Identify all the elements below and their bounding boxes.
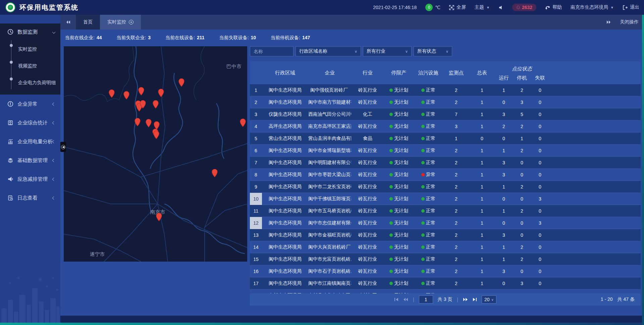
- table-row[interactable]: 14阆中生态环境局阆中大兴页岩机砖厂砖瓦行业无计划正常21120: [250, 241, 641, 253]
- industry-select[interactable]: 所有行业∨: [363, 46, 412, 56]
- temperature-badge: 0: [425, 4, 433, 11]
- map-pin-icon[interactable]: [157, 88, 164, 97]
- table-row[interactable]: 5营山生态环境局营山县润丰肉食品有限食品无计划正常10010: [250, 132, 641, 145]
- map-pin-icon[interactable]: [145, 118, 152, 127]
- table-row[interactable]: 11阆中生态环境局阆中市五马桥页岩机砖砖瓦行业无计划正常21120: [250, 205, 641, 217]
- sidebar-item-label: 日志查看: [17, 195, 38, 201]
- tab-实时监控[interactable]: 实时监控✕: [100, 15, 141, 30]
- row-facility-status: 正常: [414, 136, 443, 142]
- page-size-select[interactable]: 20∨: [482, 295, 496, 304]
- table-row[interactable]: 18南部生态环境局南部县砖华土砖有限公建材加工无计划正常60060: [250, 289, 641, 293]
- table-row[interactable]: 16阆中生态环境局阆中市石子页岩机砖厂砖瓦行业无计划正常21300: [250, 265, 641, 277]
- name-search-input[interactable]: [250, 46, 293, 56]
- row-run-count: 1: [495, 148, 513, 153]
- row-meter-count: 1: [469, 232, 495, 238]
- close-operations-menu[interactable]: 关闭操作: [620, 19, 639, 25]
- row-lost-count: 0: [531, 160, 549, 165]
- map-pin-icon[interactable]: [239, 118, 246, 127]
- sidebar-item-企业用电量分析[interactable]: 企业用电量分析: [0, 132, 60, 151]
- row-stop-count: 1: [513, 136, 531, 141]
- fullscreen-button[interactable]: 全屏: [449, 4, 466, 10]
- row-region: 仪陇生态环境局: [262, 111, 308, 117]
- page-number-input[interactable]: 1: [419, 295, 433, 304]
- map[interactable]: 巴中市南充市遂宁市: [64, 46, 247, 262]
- row-index: 10: [250, 193, 262, 205]
- map-pin-icon[interactable]: [123, 91, 130, 100]
- table-row[interactable]: 13阆中生态环境局阆中市金福旺页岩机砖砖瓦行业无计划正常21300: [250, 229, 641, 241]
- table-row[interactable]: 3仪陇生态环境局西南油气田分公司川中化工无计划正常71350: [250, 108, 641, 120]
- map-pin-icon[interactable]: [155, 212, 162, 221]
- table-row[interactable]: 8阆中生态环境局阆中市枣碧大梁山页岩砖瓦行业无计划异常21300: [250, 169, 641, 181]
- row-run-count: 0: [495, 281, 513, 286]
- row-region: 阆中生态环境局: [262, 172, 308, 178]
- org-menu[interactable]: 南充市生态环境局▼: [571, 4, 614, 10]
- sidebar-item-基础数据管理[interactable]: 基础数据管理: [0, 151, 60, 170]
- help-button[interactable]: 帮助: [545, 4, 562, 10]
- table-row[interactable]: 4高坪生态环境局南充市高坪区王家店建砖瓦行业无计划正常31220: [250, 120, 641, 132]
- status-dot-icon: [421, 137, 425, 140]
- table-row[interactable]: 1阆中生态环境局阆中强锐页岩砖厂砖瓦行业无计划正常21120: [250, 84, 641, 96]
- sidebar-item-日志查看[interactable]: 日志查看: [0, 188, 60, 207]
- prev-page-button[interactable]: [403, 297, 408, 302]
- mute-button[interactable]: [498, 5, 503, 10]
- row-facility-status: 正常: [414, 111, 443, 117]
- map-pin-icon[interactable]: [139, 100, 146, 109]
- next-page-button[interactable]: [463, 297, 468, 302]
- row-region: 阆中生态环境局: [262, 87, 308, 93]
- stat-item: 当前在线设备:211: [165, 35, 204, 41]
- table-row[interactable]: 15阆中生态环境局阆中市光富页岩机砖厂砖瓦行业无计划正常21120: [250, 253, 641, 265]
- fullscreen-icon: [449, 5, 454, 10]
- chevron-left-icon: ◀: [61, 145, 65, 149]
- map-pin-icon[interactable]: [152, 100, 159, 109]
- table-row[interactable]: 17阆中生态环境局阆中市江南镇阆南页岩砖瓦行业无计划正常21030: [250, 277, 641, 289]
- region-select[interactable]: 行政区域名称∨: [296, 46, 361, 56]
- table-row[interactable]: 10阆中生态环境局阆中千佛镇五郎垭页岩砖瓦行业无计划正常21003: [250, 193, 641, 205]
- status-dot-icon: [421, 101, 425, 104]
- sidebar-subitem-实时监控[interactable]: 实时监控: [0, 41, 60, 58]
- table-row[interactable]: 2阆中生态环境局阆中市南方节能建材有砖瓦行业无计划正常21030: [250, 96, 641, 108]
- sidebar-item-应急减排管理[interactable]: 应急减排管理: [0, 170, 60, 188]
- status-select[interactable]: 所有状态∨: [414, 46, 452, 56]
- tab-bar: 首页实时监控✕ 关闭操作: [60, 15, 644, 30]
- sidebar-item-企业综合统计[interactable]: 企业综合统计: [0, 113, 60, 132]
- row-region: 营山生态环境局: [262, 136, 308, 142]
- row-stop-count: 2: [513, 88, 531, 93]
- tab-首页[interactable]: 首页: [76, 15, 100, 30]
- row-limit-status: 无计划: [384, 160, 414, 166]
- table-row[interactable]: 12阆中生态环境局阆中市忠信建材有限公砖瓦行业无计划正常21003: [250, 217, 641, 229]
- map-collapse-button[interactable]: ◀: [60, 142, 66, 152]
- row-industry: 砖瓦行业: [351, 232, 384, 238]
- scrollbar-strip[interactable]: [642, 15, 644, 325]
- map-pin-icon[interactable]: [153, 130, 160, 139]
- status-dot-icon: [421, 221, 425, 225]
- map-pin-icon[interactable]: [211, 168, 218, 177]
- sidebar-subitem-企业电力负荷明细[interactable]: 企业电力负荷明细: [0, 74, 60, 91]
- row-region: 阆中生态环境局: [262, 160, 308, 166]
- map-pin-icon[interactable]: [138, 87, 145, 96]
- double-right-arrow-icon[interactable]: [606, 20, 611, 24]
- table-row[interactable]: 6阆中生态环境局阆中市金博瑞新型墙材砖瓦行业无计划正常21120: [250, 145, 641, 157]
- map-pin-icon[interactable]: [178, 78, 185, 87]
- first-page-button[interactable]: [394, 297, 398, 302]
- map-pin-icon[interactable]: [134, 117, 141, 126]
- table-row[interactable]: 7阆中生态环境局阆中明阳建材有限公司砖瓦行业无计划正常21300: [250, 157, 641, 169]
- logout-button[interactable]: 退出: [623, 4, 639, 10]
- row-company: 阆中市二龙长宝页岩砖: [308, 184, 351, 190]
- row-stop-count: 0: [513, 232, 531, 238]
- last-page-button[interactable]: [473, 297, 477, 302]
- row-lost-count: 0: [531, 245, 549, 250]
- notification-badge[interactable]: 2632: [512, 4, 536, 11]
- row-company: 阆中市石子页岩机砖厂: [308, 268, 351, 274]
- tabs-scroll-left-button[interactable]: [60, 15, 76, 30]
- row-company: 阆中市五马桥页岩机砖: [308, 208, 351, 214]
- sidebar-subitem-视频监控[interactable]: 视频监控: [0, 58, 60, 74]
- table-row[interactable]: 9阆中生态环境局阆中市二龙长宝页岩砖砖瓦行业无计划正常21120: [250, 181, 641, 193]
- theme-menu[interactable]: 主题▼: [475, 4, 490, 10]
- map-pin-icon[interactable]: [108, 89, 115, 98]
- sidebar-item-数据监测[interactable]: 数据监测: [0, 23, 60, 40]
- status-dot-icon: [421, 149, 425, 152]
- row-industry: 砖瓦行业: [351, 280, 384, 286]
- row-lost-count: 0: [531, 112, 549, 117]
- close-icon[interactable]: ✕: [129, 20, 133, 24]
- sidebar-item-企业异常[interactable]: 企业异常: [0, 95, 60, 113]
